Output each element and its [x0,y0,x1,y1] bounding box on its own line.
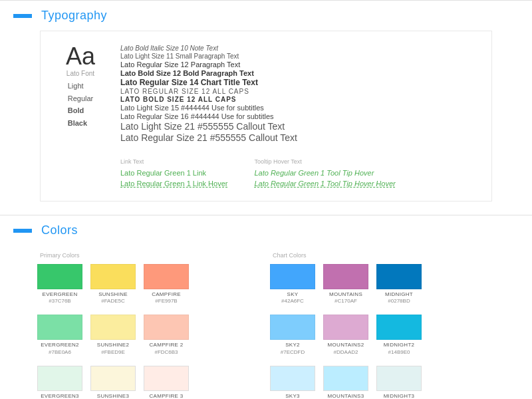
swatch-box-evergreen [37,264,82,289]
font-weights: Light Regular Bold Black [68,77,94,130]
weight-black: Black [68,117,94,130]
swatch-box-midnight3 [376,366,422,391]
link1[interactable]: Lato Regular Green 1 Link [120,169,227,177]
primary-colors-group: Primary Colors EVERGREEN #37C76B SUNSHIN… [33,252,266,399]
swatch-name-campfire3: CAMPFIRE 3 [149,393,183,399]
swatch-box-campfire [144,264,189,289]
swatch-name-evergreen: EVERGREEN [43,291,78,298]
swatch-sunshine: SUNSHINE #FADE5C [90,264,136,304]
typography-section-header: Typography [0,0,532,31]
typography-inner: Aa Lato Font Light Regular Bold Black La… [54,45,478,188]
weight-regular: Regular [68,92,94,105]
example-12-caps: LATO REGULAR SIZE 12 ALL CAPS [120,88,478,95]
swatch-name-mountains2: MOUNTAINS2 [328,342,364,348]
swatch-box-midnight [376,264,422,289]
swatch-name-sunshine3: SUNSHINE3 [97,393,130,399]
swatch-name-evergreen3: EVERGREEN3 [41,393,79,399]
swatch-name-mountains3: MOUNTAINS3 [328,393,364,399]
swatch-midnight: MIDNIGHT #0278BD [376,264,422,304]
example-12-bold-caps: LATO BOLD SIZE 12 ALL CAPS [120,96,478,103]
typography-examples: Lato Bold Italic Size 10 Note Text Lato … [120,45,478,188]
swatch-name-sky3: SKY3 [285,393,300,399]
swatch-box-sunshine2 [90,315,136,340]
color-groups-container: Primary Colors EVERGREEN #37C76B SUNSHIN… [33,252,499,399]
swatch-box-sky3 [270,366,315,391]
tooltip-label: Tooltip Hover Text [254,158,395,165]
tooltip1-hover: Lato Regular Green 1 Tool Tip Hover Hove… [254,180,395,188]
swatch-sky: SKY #42A6FC [269,264,316,304]
chart-row-1: SKY #42A6FC MOUNTAINS #C170AF MIDNIGHT #… [266,264,499,311]
font-sample: Aa Lato Font Light Regular Bold Black [54,45,107,188]
link-section: Link Text Lato Regular Green 1 Link Lato… [120,152,478,188]
swatch-midnight3: MIDNIGHT3 #E2F2F2 [376,366,422,399]
swatch-evergreen3: EVERGREEN3 #E1F6E9 [37,366,83,399]
swatch-box-mountains3 [323,366,368,391]
swatch-hex-campfire2: #FDC6B3 [154,349,178,355]
swatch-name-midnight: MIDNIGHT [385,291,413,298]
weight-bold: Bold [68,104,94,117]
section-bar-typography [13,14,32,18]
swatch-name-evergreen2: EVERGREEN2 [41,342,79,348]
primary-colors-label: Primary Colors [33,252,266,259]
swatch-box-sky2 [270,315,315,340]
swatch-evergreen2: EVERGREEN2 #7BE0A6 [37,315,83,354]
swatch-box-evergreen2 [37,315,82,340]
swatch-campfire: CAMPFIRE #FE997B [143,264,190,304]
swatch-hex-midnight: #0278BD [388,298,410,304]
typography-title: Typography [41,9,107,23]
swatch-sunshine3: SUNSHINE3 #FCF6DB [90,366,136,399]
tooltip-col: Tooltip Hover Text Lato Regular Green 1 … [254,158,395,188]
swatch-box-sunshine3 [90,366,136,391]
link1-hover[interactable]: Lato Regular Green 1 Link Hover [120,180,227,188]
chart-colors-group: Chart Colors SKY #42A6FC MOUNTAINS #C170… [266,252,499,399]
example-12-bold: Lato Bold Size 12 Bold Paragraph Text [120,69,478,77]
example-sub-light: Lato Light Size 15 #444444 Use for subti… [120,104,478,112]
swatch-name-sunshine2: SUNSHINE2 [97,342,130,348]
swatch-hex-sky2: #7ECDFD [281,349,305,355]
swatch-box-campfire2 [144,315,189,340]
swatch-box-sky [270,264,315,289]
chart-row-2: SKY2 #7ECDFD MOUNTAINS2 #DDAAD2 MIDNIGHT… [266,315,499,361]
example-callout-regular: Lato Regular Size 21 #555555 Callout Tex… [120,132,478,143]
link-col: Link Text Lato Regular Green 1 Link Lato… [120,158,227,188]
link-text-label: Link Text [120,158,227,165]
tooltip1: Lato Regular Green 1 Tool Tip Hover [254,169,395,177]
swatch-hex-evergreen2: #7BE0A6 [49,349,71,355]
weight-light: Light [68,80,94,92]
example-italic: Lato Bold Italic Size 10 Note Text [120,45,478,52]
swatch-evergreen: EVERGREEN #37C76B [37,264,83,304]
swatch-hex-campfire: #FE997B [155,298,177,304]
typography-content: Aa Lato Font Light Regular Bold Black La… [40,31,492,201]
swatch-midnight2: MIDNIGHT2 #14B9E0 [376,315,422,354]
swatch-sky2: SKY2 #7ECDFD [269,315,316,354]
swatch-hex-sky: #42A6FC [281,298,304,304]
swatch-mountains2: MOUNTAINS2 #DDAAD2 [323,315,369,354]
swatch-name-campfire: CAMPFIRE [152,291,181,298]
swatch-campfire2: CAMPFIRE 2 #FDC6B3 [143,315,190,354]
swatch-hex-midnight2: #14B9E0 [388,349,410,355]
swatch-name-sunshine: SUNSHINE [98,291,128,298]
swatch-name-mountains: MOUNTAINS [329,291,362,298]
example-12: Lato Regular Size 12 Paragraph Text [120,61,478,68]
swatch-box-evergreen3 [37,366,82,391]
swatch-hex-evergreen: #37C76B [49,298,70,304]
swatch-name-midnight3: MIDNIGHT3 [384,393,415,399]
example-sub-regular: Lato Regular Size 16 #444444 Use for sub… [120,112,478,120]
primary-row-2: EVERGREEN2 #7BE0A6 SUNSHINE2 #FBED9E CAM… [33,315,266,361]
font-label: Lato Font [66,70,94,77]
colors-title: Colors [41,223,78,237]
swatch-hex-sunshine: #FADE5C [101,298,125,304]
swatch-sunshine2: SUNSHINE2 #FBED9E [90,315,136,354]
swatch-campfire3: CAMPFIRE 3 #FFECE6 [143,366,190,399]
chart-row-3: SKY3 #CCEFFF MOUNTAINS3 #BBEDFF MIDNIGHT… [266,366,499,399]
swatch-name-sky: SKY [287,291,299,298]
swatch-hex-sunshine2: #FBED9E [101,349,125,355]
swatch-box-midnight2 [376,315,422,340]
swatch-name-midnight2: MIDNIGHT2 [384,342,415,348]
colors-content: Primary Colors EVERGREEN #37C76B SUNSHIN… [27,245,505,399]
swatch-name-campfire2: CAMPFIRE 2 [149,342,183,348]
swatch-name-sky2: SKY2 [285,342,300,348]
colors-section-header: Colors [0,215,532,245]
swatch-mountains3: MOUNTAINS3 #BBEDFF [323,366,369,399]
swatch-box-sunshine [90,264,136,289]
